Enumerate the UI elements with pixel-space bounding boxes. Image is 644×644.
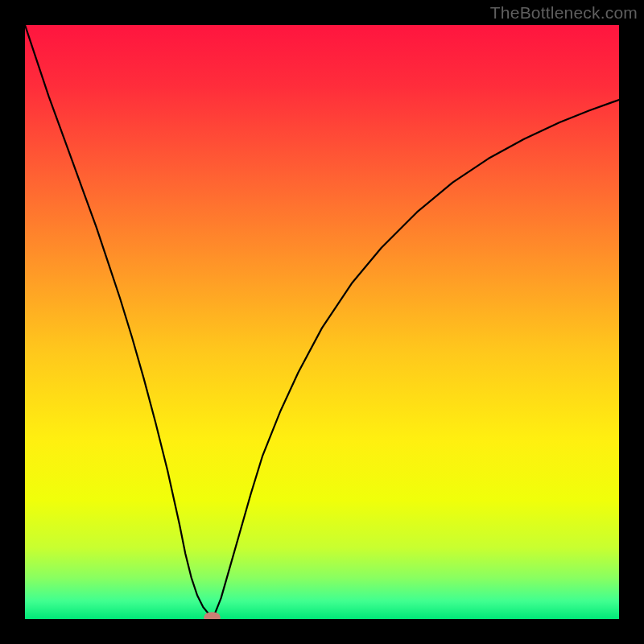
watermark-text: TheBottleneck.com: [490, 3, 638, 23]
gradient-background: [25, 25, 619, 619]
chart-frame: TheBottleneck.com: [0, 0, 644, 644]
chart-plot-area: [25, 25, 619, 619]
chart-svg: [25, 25, 619, 619]
